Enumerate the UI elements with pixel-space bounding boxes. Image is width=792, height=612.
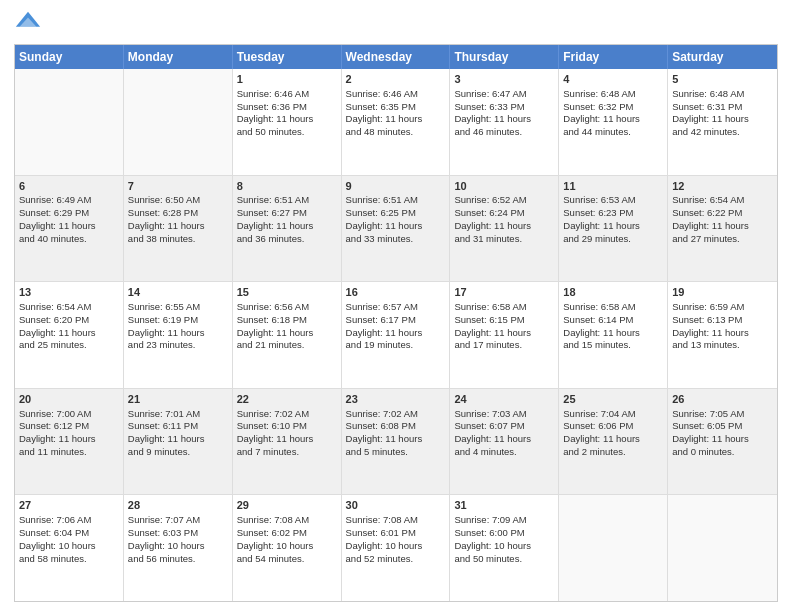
- cell-line-3: and 0 minutes.: [672, 446, 773, 459]
- calendar-cell-29: 29Sunrise: 7:08 AMSunset: 6:02 PMDayligh…: [233, 495, 342, 601]
- cell-line-2: Daylight: 10 hours: [237, 540, 337, 553]
- calendar-row-0: 1Sunrise: 6:46 AMSunset: 6:36 PMDaylight…: [15, 69, 777, 176]
- day-number: 31: [454, 498, 554, 513]
- cell-line-2: Daylight: 11 hours: [19, 220, 119, 233]
- cell-line-0: Sunrise: 6:51 AM: [346, 194, 446, 207]
- cell-line-1: Sunset: 6:24 PM: [454, 207, 554, 220]
- cell-line-0: Sunrise: 6:55 AM: [128, 301, 228, 314]
- cell-line-3: and 4 minutes.: [454, 446, 554, 459]
- cell-line-0: Sunrise: 6:56 AM: [237, 301, 337, 314]
- day-number: 28: [128, 498, 228, 513]
- calendar-cell-28: 28Sunrise: 7:07 AMSunset: 6:03 PMDayligh…: [124, 495, 233, 601]
- cell-line-2: Daylight: 11 hours: [346, 220, 446, 233]
- cell-line-3: and 19 minutes.: [346, 339, 446, 352]
- calendar-cell-empty-4-6: [668, 495, 777, 601]
- calendar-cell-17: 17Sunrise: 6:58 AMSunset: 6:15 PMDayligh…: [450, 282, 559, 388]
- cell-line-1: Sunset: 6:07 PM: [454, 420, 554, 433]
- cell-line-2: Daylight: 11 hours: [563, 220, 663, 233]
- calendar-cell-empty-0-0: [15, 69, 124, 175]
- cell-line-1: Sunset: 6:15 PM: [454, 314, 554, 327]
- cell-line-1: Sunset: 6:29 PM: [19, 207, 119, 220]
- cell-line-0: Sunrise: 6:51 AM: [237, 194, 337, 207]
- cell-line-2: Daylight: 11 hours: [563, 113, 663, 126]
- cell-line-2: Daylight: 11 hours: [128, 433, 228, 446]
- day-number: 30: [346, 498, 446, 513]
- cell-line-3: and 40 minutes.: [19, 233, 119, 246]
- cell-line-3: and 44 minutes.: [563, 126, 663, 139]
- cell-line-1: Sunset: 6:04 PM: [19, 527, 119, 540]
- cell-line-0: Sunrise: 7:01 AM: [128, 408, 228, 421]
- cell-line-2: Daylight: 11 hours: [19, 327, 119, 340]
- cell-line-1: Sunset: 6:13 PM: [672, 314, 773, 327]
- calendar-cell-3: 3Sunrise: 6:47 AMSunset: 6:33 PMDaylight…: [450, 69, 559, 175]
- cell-line-0: Sunrise: 6:54 AM: [672, 194, 773, 207]
- cell-line-1: Sunset: 6:33 PM: [454, 101, 554, 114]
- cell-line-1: Sunset: 6:36 PM: [237, 101, 337, 114]
- cell-line-3: and 29 minutes.: [563, 233, 663, 246]
- cell-line-1: Sunset: 6:17 PM: [346, 314, 446, 327]
- cell-line-3: and 13 minutes.: [672, 339, 773, 352]
- header-day-friday: Friday: [559, 45, 668, 69]
- cell-line-2: Daylight: 11 hours: [672, 113, 773, 126]
- calendar-cell-20: 20Sunrise: 7:00 AMSunset: 6:12 PMDayligh…: [15, 389, 124, 495]
- calendar-cell-24: 24Sunrise: 7:03 AMSunset: 6:07 PMDayligh…: [450, 389, 559, 495]
- day-number: 23: [346, 392, 446, 407]
- day-number: 29: [237, 498, 337, 513]
- cell-line-1: Sunset: 6:06 PM: [563, 420, 663, 433]
- calendar-cell-4: 4Sunrise: 6:48 AMSunset: 6:32 PMDaylight…: [559, 69, 668, 175]
- day-number: 19: [672, 285, 773, 300]
- calendar-cell-8: 8Sunrise: 6:51 AMSunset: 6:27 PMDaylight…: [233, 176, 342, 282]
- cell-line-2: Daylight: 11 hours: [672, 220, 773, 233]
- day-number: 2: [346, 72, 446, 87]
- calendar-row-1: 6Sunrise: 6:49 AMSunset: 6:29 PMDaylight…: [15, 176, 777, 283]
- cell-line-2: Daylight: 11 hours: [19, 433, 119, 446]
- cell-line-0: Sunrise: 7:08 AM: [237, 514, 337, 527]
- cell-line-0: Sunrise: 6:53 AM: [563, 194, 663, 207]
- cell-line-0: Sunrise: 7:02 AM: [237, 408, 337, 421]
- cell-line-1: Sunset: 6:14 PM: [563, 314, 663, 327]
- cell-line-2: Daylight: 11 hours: [346, 433, 446, 446]
- calendar-cell-empty-4-5: [559, 495, 668, 601]
- cell-line-2: Daylight: 11 hours: [128, 220, 228, 233]
- calendar-cell-10: 10Sunrise: 6:52 AMSunset: 6:24 PMDayligh…: [450, 176, 559, 282]
- cell-line-3: and 15 minutes.: [563, 339, 663, 352]
- calendar-cell-30: 30Sunrise: 7:08 AMSunset: 6:01 PMDayligh…: [342, 495, 451, 601]
- cell-line-0: Sunrise: 6:47 AM: [454, 88, 554, 101]
- calendar-cell-6: 6Sunrise: 6:49 AMSunset: 6:29 PMDaylight…: [15, 176, 124, 282]
- cell-line-2: Daylight: 11 hours: [672, 433, 773, 446]
- cell-line-1: Sunset: 6:10 PM: [237, 420, 337, 433]
- logo: [14, 10, 46, 38]
- cell-line-1: Sunset: 6:12 PM: [19, 420, 119, 433]
- cell-line-0: Sunrise: 6:48 AM: [672, 88, 773, 101]
- cell-line-2: Daylight: 10 hours: [19, 540, 119, 553]
- day-number: 5: [672, 72, 773, 87]
- cell-line-1: Sunset: 6:02 PM: [237, 527, 337, 540]
- header: [14, 10, 778, 38]
- calendar-cell-16: 16Sunrise: 6:57 AMSunset: 6:17 PMDayligh…: [342, 282, 451, 388]
- cell-line-2: Daylight: 11 hours: [237, 220, 337, 233]
- header-day-saturday: Saturday: [668, 45, 777, 69]
- calendar-row-3: 20Sunrise: 7:00 AMSunset: 6:12 PMDayligh…: [15, 389, 777, 496]
- cell-line-1: Sunset: 6:35 PM: [346, 101, 446, 114]
- day-number: 11: [563, 179, 663, 194]
- cell-line-0: Sunrise: 7:03 AM: [454, 408, 554, 421]
- cell-line-3: and 25 minutes.: [19, 339, 119, 352]
- day-number: 27: [19, 498, 119, 513]
- cell-line-3: and 27 minutes.: [672, 233, 773, 246]
- calendar-cell-empty-0-1: [124, 69, 233, 175]
- cell-line-0: Sunrise: 7:08 AM: [346, 514, 446, 527]
- cell-line-3: and 56 minutes.: [128, 553, 228, 566]
- cell-line-2: Daylight: 11 hours: [454, 113, 554, 126]
- cell-line-0: Sunrise: 7:06 AM: [19, 514, 119, 527]
- calendar-cell-19: 19Sunrise: 6:59 AMSunset: 6:13 PMDayligh…: [668, 282, 777, 388]
- header-day-wednesday: Wednesday: [342, 45, 451, 69]
- cell-line-0: Sunrise: 7:00 AM: [19, 408, 119, 421]
- calendar-cell-15: 15Sunrise: 6:56 AMSunset: 6:18 PMDayligh…: [233, 282, 342, 388]
- calendar-body: 1Sunrise: 6:46 AMSunset: 6:36 PMDaylight…: [15, 69, 777, 601]
- calendar-cell-21: 21Sunrise: 7:01 AMSunset: 6:11 PMDayligh…: [124, 389, 233, 495]
- cell-line-2: Daylight: 11 hours: [672, 327, 773, 340]
- cell-line-3: and 58 minutes.: [19, 553, 119, 566]
- cell-line-0: Sunrise: 7:02 AM: [346, 408, 446, 421]
- day-number: 3: [454, 72, 554, 87]
- calendar-cell-25: 25Sunrise: 7:04 AMSunset: 6:06 PMDayligh…: [559, 389, 668, 495]
